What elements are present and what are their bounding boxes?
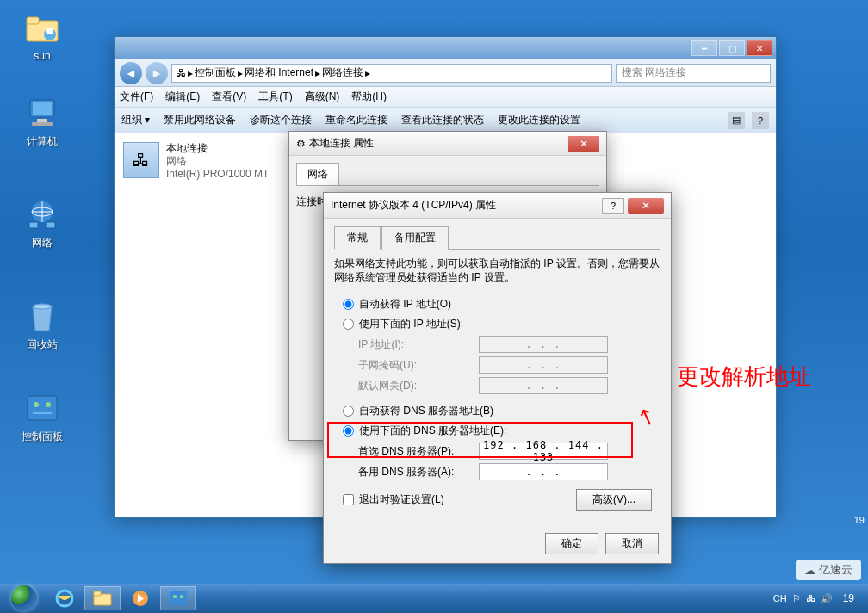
recyclebin-icon — [25, 300, 59, 334]
toolbar-status[interactable]: 查看此连接的状态 — [401, 113, 484, 127]
close-button[interactable]: ✕ — [628, 198, 664, 214]
field-alt-dns: 备用 DNS 服务器(A): . . . — [334, 461, 660, 482]
breadcrumb-sep: ▸ — [238, 67, 243, 79]
taskbar-ie-icon[interactable] — [46, 586, 83, 610]
svg-rect-11 — [46, 222, 55, 228]
connection-name: 本地连接 — [166, 142, 269, 155]
radio-auto-dns[interactable]: 自动获得 DNS 服务器地址(B) — [334, 401, 660, 421]
radio-input[interactable] — [343, 425, 354, 437]
tab-row: 网络 — [296, 163, 599, 186]
radio-input[interactable] — [343, 299, 354, 310]
back-button[interactable]: ◄ — [120, 62, 142, 84]
gateway-input: . . . — [479, 377, 608, 394]
desktop-icon-computer[interactable]: 计算机 — [12, 96, 72, 149]
toolbar-diagnose[interactable]: 诊断这个连接 — [250, 113, 312, 127]
ip-address-input: . . . — [479, 336, 608, 353]
menu-tools[interactable]: 工具(T) — [258, 90, 292, 104]
search-input[interactable]: 搜索 网络连接 — [616, 64, 771, 83]
system-tray: CH ⚐ 🖧 🔊 19 — [773, 592, 865, 604]
desktop-icon-controlpanel[interactable]: 控制面板 — [12, 392, 72, 444]
tab-row: 常规 备用配置 — [334, 226, 660, 250]
toolbar-disable[interactable]: 禁用此网络设备 — [164, 113, 236, 127]
breadcrumb-item[interactable]: 网络连接 — [322, 65, 363, 80]
tab-alt-config[interactable]: 备用配置 — [381, 226, 449, 250]
start-button[interactable] — [3, 585, 45, 611]
tray-flag-icon[interactable]: ⚐ — [792, 593, 801, 604]
field-preferred-dns: 首选 DNS 服务器(P): 192 . 168 . 144 . 133 — [334, 441, 660, 461]
connection-status: 网络 — [166, 155, 269, 168]
tab-network[interactable]: 网络 — [296, 163, 339, 185]
controlpanel-icon — [25, 392, 59, 426]
checkbox-validate[interactable]: 退出时验证设置(L) 高级(V)... — [334, 482, 660, 517]
ime-indicator[interactable]: CH — [773, 593, 787, 604]
connection-adapter: Intel(R) PRO/1000 MT — [166, 168, 269, 181]
close-button[interactable]: ✕ — [747, 40, 772, 56]
taskbar-explorer-icon[interactable] — [84, 586, 121, 610]
desktop-icon-recyclebin[interactable]: 回收站 — [12, 300, 72, 352]
maximize-button[interactable]: ▢ — [719, 40, 745, 56]
svg-rect-10 — [29, 222, 38, 228]
desktop-icon-sun[interactable]: sun — [12, 12, 72, 62]
icon-label: 回收站 — [12, 337, 72, 352]
radio-input[interactable] — [343, 406, 354, 417]
dialog-title: Internet 协议版本 4 (TCP/IPv4) 属性 ? ✕ — [324, 193, 671, 219]
view-icon[interactable]: ▤ — [728, 112, 745, 129]
tray-network-icon[interactable]: 🖧 — [806, 593, 815, 604]
taskbar-mediaplayer-icon[interactable] — [122, 586, 158, 610]
icon-label: 网络 — [12, 236, 72, 251]
minimize-button[interactable]: ━ — [691, 40, 717, 56]
help-icon[interactable]: ? — [752, 112, 769, 129]
svg-rect-6 — [37, 119, 47, 122]
radio-manual-dns[interactable]: 使用下面的 DNS 服务器地址(E): — [334, 421, 660, 441]
advanced-button[interactable]: 高级(V)... — [576, 489, 652, 511]
dialog-footer: 确定 取消 — [545, 533, 659, 554]
menu-file[interactable]: 文件(F) — [120, 90, 153, 104]
alt-dns-input[interactable]: . . . — [479, 463, 608, 480]
icon-label: sun — [12, 50, 72, 62]
svg-point-22 — [173, 595, 177, 598]
watermark: ☁ 亿速云 — [796, 560, 861, 580]
checkbox-input[interactable] — [343, 494, 354, 505]
tray-volume-icon[interactable]: 🔊 — [821, 593, 833, 604]
svg-point-14 — [34, 402, 39, 407]
radio-manual-ip[interactable]: 使用下面的 IP 地址(S): — [334, 314, 660, 334]
svg-rect-13 — [28, 396, 57, 420]
close-button[interactable]: ✕ — [568, 136, 599, 152]
svg-point-3 — [46, 28, 53, 34]
icon-label: 计算机 — [12, 134, 72, 149]
desktop-icon-network[interactable]: 网络 — [12, 198, 72, 251]
menu-edit[interactable]: 编辑(E) — [165, 90, 200, 104]
taskbar-controlpanel-icon[interactable] — [160, 586, 196, 610]
menu-help[interactable]: 帮助(H) — [351, 90, 387, 104]
cancel-button[interactable]: 取消 — [605, 533, 659, 554]
preferred-dns-input[interactable]: 192 . 168 . 144 . 133 — [479, 443, 608, 460]
breadcrumb-item[interactable]: 网络和 Internet — [245, 65, 313, 80]
toolbar-organize[interactable]: 组织 ▾ — [121, 113, 150, 127]
menu-advanced[interactable]: 高级(N) — [305, 90, 340, 104]
network-icon: ⚙ — [296, 138, 306, 150]
description-text: 如果网络支持此功能，则可以获取自动指派的 IP 设置。否则，您需要从网络系统管理… — [334, 257, 660, 284]
svg-point-12 — [33, 304, 52, 309]
breadcrumb[interactable]: 🖧 ▸ 控制面板 ▸ 网络和 Internet ▸ 网络连接 ▸ — [171, 64, 612, 83]
svg-rect-19 — [94, 591, 101, 596]
start-orb-icon — [11, 585, 37, 611]
svg-point-15 — [46, 402, 51, 407]
field-gateway: 默认网关(D): . . . — [334, 375, 660, 396]
network-icon — [25, 198, 59, 232]
toolbar-settings[interactable]: 更改此连接的设置 — [498, 113, 580, 127]
computer-icon — [25, 96, 59, 131]
icon-label: 控制面板 — [12, 430, 72, 444]
ok-button[interactable]: 确定 — [545, 533, 598, 554]
forward-button[interactable]: ► — [146, 62, 168, 84]
subnet-input: . . . — [479, 356, 608, 374]
svg-rect-21 — [170, 591, 187, 605]
radio-auto-ip[interactable]: 自动获得 IP 地址(O) — [334, 294, 660, 314]
radio-input[interactable] — [343, 319, 354, 330]
breadcrumb-icon: 🖧 — [176, 67, 186, 79]
tab-general[interactable]: 常规 — [334, 226, 381, 250]
menu-view[interactable]: 查看(V) — [212, 90, 246, 104]
breadcrumb-item[interactable]: 控制面板 — [195, 65, 236, 80]
toolbar-rename[interactable]: 重命名此连接 — [326, 113, 388, 127]
clock[interactable]: 19 — [838, 592, 859, 604]
help-button[interactable]: ? — [602, 198, 624, 214]
